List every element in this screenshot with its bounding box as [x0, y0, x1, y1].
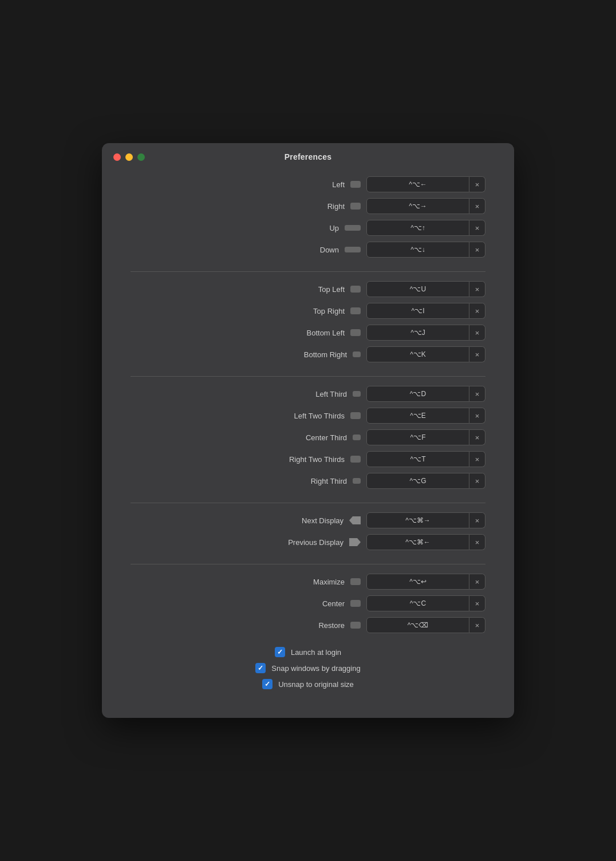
- row-right: Right ×: [131, 198, 485, 214]
- clear-center-third[interactable]: ×: [469, 429, 485, 445]
- shortcut-bottom-right: ×: [366, 346, 485, 362]
- checkbox-snap-windows[interactable]: [255, 663, 266, 673]
- toggle-previous-display[interactable]: [349, 538, 361, 546]
- clear-previous-display[interactable]: ×: [469, 534, 485, 550]
- preferences-window: Preferences Left × Right ×: [102, 143, 514, 718]
- input-center-third[interactable]: [366, 429, 469, 445]
- input-previous-display[interactable]: [366, 534, 469, 550]
- input-right[interactable]: [366, 198, 469, 214]
- clear-center[interactable]: ×: [469, 595, 485, 611]
- label-restore: Restore: [264, 621, 345, 630]
- checkbox-launch-at-login[interactable]: [275, 647, 285, 657]
- toggle-right-third[interactable]: [353, 478, 361, 484]
- input-top-right[interactable]: [366, 303, 469, 319]
- clear-right-third[interactable]: ×: [469, 473, 485, 489]
- checkboxes-section: Launch at login Snap windows by dragging…: [131, 647, 485, 689]
- clear-right-two-thirds[interactable]: ×: [469, 451, 485, 467]
- input-left[interactable]: [366, 176, 469, 192]
- shortcut-left-two-thirds: ×: [366, 408, 485, 424]
- label-maximize: Maximize: [264, 578, 345, 586]
- clear-right[interactable]: ×: [469, 198, 485, 214]
- clear-next-display[interactable]: ×: [469, 512, 485, 528]
- input-left-two-thirds[interactable]: [366, 408, 469, 424]
- input-right-third[interactable]: [366, 473, 469, 489]
- label-snap-windows: Snap windows by dragging: [271, 664, 360, 673]
- clear-bottom-right[interactable]: ×: [469, 346, 485, 362]
- clear-left-two-thirds[interactable]: ×: [469, 408, 485, 424]
- shortcut-left: ×: [366, 176, 485, 192]
- input-restore[interactable]: [366, 617, 469, 633]
- shortcut-bottom-left: ×: [366, 325, 485, 341]
- divider-1: [131, 271, 485, 272]
- toggle-left[interactable]: [350, 181, 361, 188]
- toggle-right[interactable]: [350, 203, 361, 210]
- clear-bottom-left[interactable]: ×: [469, 325, 485, 341]
- checkbox-unsnap-original[interactable]: [262, 679, 273, 689]
- clear-top-right[interactable]: ×: [469, 303, 485, 319]
- clear-top-left[interactable]: ×: [469, 281, 485, 297]
- input-maximize[interactable]: [366, 574, 469, 590]
- input-next-display[interactable]: [366, 512, 469, 528]
- section-corners: Top Left × Top Right × Bottom Left: [131, 281, 485, 362]
- clear-left[interactable]: ×: [469, 176, 485, 192]
- row-top-right: Top Right ×: [131, 303, 485, 319]
- input-left-third[interactable]: [366, 386, 469, 402]
- label-right: Right: [264, 202, 345, 211]
- shortcut-up: ×: [366, 220, 485, 236]
- toggle-right-two-thirds[interactable]: [350, 456, 361, 463]
- shortcut-right-two-thirds: ×: [366, 451, 485, 467]
- shortcut-top-left: ×: [366, 281, 485, 297]
- row-bottom-right: Bottom Right ×: [131, 346, 485, 362]
- row-right-two-thirds: Right Two Thirds ×: [131, 451, 485, 467]
- input-right-two-thirds[interactable]: [366, 451, 469, 467]
- toggle-center[interactable]: [350, 600, 361, 607]
- label-top-left: Top Left: [264, 285, 345, 294]
- toggle-maximize[interactable]: [350, 578, 361, 585]
- clear-up[interactable]: ×: [469, 220, 485, 236]
- input-down[interactable]: [366, 242, 469, 258]
- maximize-button[interactable]: [137, 153, 145, 161]
- label-down: Down: [259, 246, 339, 254]
- minimize-button[interactable]: [125, 153, 133, 161]
- row-maximize: Maximize ×: [131, 574, 485, 590]
- clear-maximize[interactable]: ×: [469, 574, 485, 590]
- row-previous-display: Previous Display ×: [131, 534, 485, 550]
- divider-2: [131, 376, 485, 377]
- input-bottom-right[interactable]: [366, 346, 469, 362]
- row-left-two-thirds: Left Two Thirds ×: [131, 408, 485, 424]
- clear-restore[interactable]: ×: [469, 617, 485, 633]
- toggle-down[interactable]: [345, 247, 361, 252]
- titlebar: Preferences: [102, 143, 514, 171]
- shortcut-maximize: ×: [366, 574, 485, 590]
- toggle-left-two-thirds[interactable]: [350, 412, 361, 419]
- toggle-bottom-left[interactable]: [350, 329, 361, 336]
- clear-down[interactable]: ×: [469, 242, 485, 258]
- row-bottom-left: Bottom Left ×: [131, 325, 485, 341]
- toggle-restore[interactable]: [350, 622, 361, 629]
- toggle-center-third[interactable]: [353, 435, 361, 440]
- section-directions: Left × Right × Up ×: [131, 176, 485, 258]
- input-top-left[interactable]: [366, 281, 469, 297]
- input-bottom-left[interactable]: [366, 325, 469, 341]
- label-right-third: Right Third: [267, 477, 347, 485]
- row-left: Left ×: [131, 176, 485, 192]
- row-restore: Restore ×: [131, 617, 485, 633]
- label-top-right: Top Right: [264, 307, 345, 315]
- toggle-top-left[interactable]: [350, 286, 361, 293]
- close-button[interactable]: [113, 153, 121, 161]
- row-center-third: Center Third ×: [131, 429, 485, 445]
- input-center[interactable]: [366, 595, 469, 611]
- window-title: Preferences: [285, 152, 331, 161]
- shortcut-top-right: ×: [366, 303, 485, 319]
- toggle-left-third[interactable]: [353, 391, 361, 397]
- divider-3: [131, 503, 485, 503]
- input-up[interactable]: [366, 220, 469, 236]
- divider-4: [131, 564, 485, 564]
- row-top-left: Top Left ×: [131, 281, 485, 297]
- toggle-up[interactable]: [345, 225, 361, 231]
- toggle-bottom-right[interactable]: [353, 351, 361, 357]
- toggle-top-right[interactable]: [350, 307, 361, 314]
- traffic-lights: [113, 153, 145, 161]
- toggle-next-display[interactable]: [349, 516, 361, 524]
- clear-left-third[interactable]: ×: [469, 386, 485, 402]
